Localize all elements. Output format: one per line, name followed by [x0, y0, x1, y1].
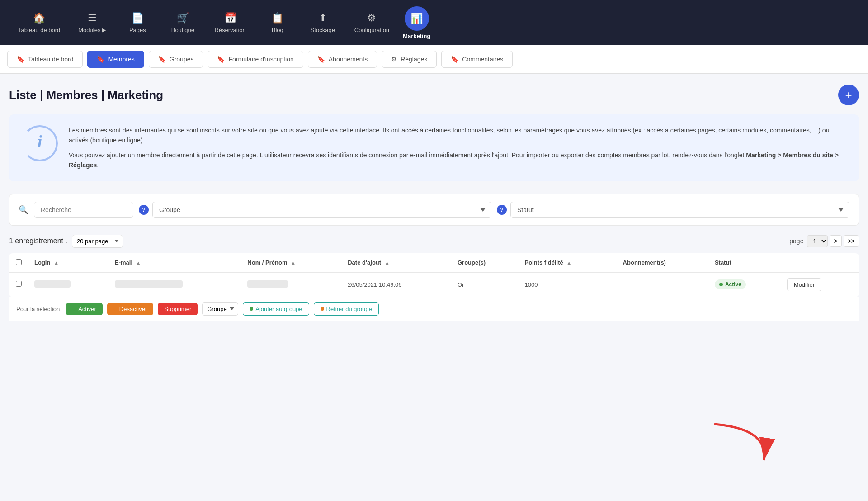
- reservation-icon: 📅: [224, 12, 236, 24]
- tab-label: Réglages: [401, 56, 427, 63]
- add-member-button[interactable]: +: [838, 85, 859, 105]
- bookmark-icon: 🔖: [451, 56, 458, 63]
- col-abonnements: Abonnement(s): [617, 253, 708, 272]
- nav-item-marketing[interactable]: 📊 Marketing: [398, 4, 435, 42]
- marketing-icon: 📊: [410, 13, 423, 24]
- sort-icon-points: ▲: [566, 260, 571, 265]
- col-login[interactable]: Login ▲: [28, 253, 108, 272]
- tab-formulaire[interactable]: 🔖 Formulaire d'inscription: [208, 51, 303, 68]
- sort-icon-nom: ▲: [291, 260, 296, 265]
- nav-item-stockage[interactable]: ⬆ Stockage: [300, 8, 345, 38]
- tab-label: Abonnements: [329, 56, 368, 63]
- filter-row: 🔍 ? Groupe ? Statut: [9, 194, 859, 226]
- email-cell: [108, 272, 241, 297]
- status-badge: Active: [715, 279, 746, 289]
- members-table: Login ▲ E-mail ▲ Nom / Prénom ▲ Date d'a…: [9, 253, 859, 297]
- table-body: 26/05/2021 10:49:06 Or 1000 Active Modif…: [9, 272, 859, 297]
- select-all-header: [9, 253, 28, 272]
- tab-label: Commentaires: [462, 56, 503, 63]
- per-page-select[interactable]: 20 par page 50 par page 100 par page: [72, 235, 123, 248]
- selection-label: Pour la sélection: [16, 306, 60, 312]
- configuration-icon: ⚙: [367, 12, 376, 24]
- col-email[interactable]: E-mail ▲: [108, 253, 241, 272]
- activer-button[interactable]: Activer: [66, 303, 103, 315]
- nav-label: Réservation: [214, 27, 245, 33]
- col-points[interactable]: Points fidélité ▲: [519, 253, 617, 272]
- records-info: 1 enregistrement . 20 par page 50 par pa…: [9, 235, 123, 248]
- groupe-cell: Or: [451, 272, 519, 297]
- tab-label: Tableau de bord: [28, 56, 73, 63]
- group-filter-wrap: ? Groupe: [139, 202, 491, 218]
- modify-button[interactable]: Modifier: [787, 278, 821, 291]
- nom-cell: [241, 272, 341, 297]
- nav-item-boutique[interactable]: 🛒 Boutique: [160, 8, 205, 38]
- search-input[interactable]: [34, 202, 133, 218]
- desactiver-dot-icon: [113, 307, 117, 311]
- nav-item-configuration[interactable]: ⚙ Configuration: [345, 8, 398, 38]
- tab-tableau-de-bord[interactable]: 🔖 Tableau de bord: [7, 51, 83, 68]
- tab-membres[interactable]: 🔖 Membres: [87, 51, 144, 68]
- retirer-groupe-button[interactable]: Retirer du groupe: [314, 302, 379, 316]
- login-value-blurred: [34, 280, 71, 288]
- info-text: Les membres sont des internautes qui se …: [69, 125, 846, 170]
- col-actions: [781, 253, 859, 272]
- col-nom-prenom[interactable]: Nom / Prénom ▲: [241, 253, 341, 272]
- nav-label: Pages: [129, 27, 146, 33]
- group-filter-select[interactable]: Groupe: [152, 202, 491, 218]
- group-select-wrap: Groupe: [202, 302, 238, 316]
- blog-icon: 📋: [271, 12, 283, 24]
- search-icon: 🔍: [19, 205, 28, 215]
- gear-icon: ⚙: [391, 56, 397, 63]
- col-date-ajout[interactable]: Date d'ajout ▲: [341, 253, 451, 272]
- bookmark-icon: 🔖: [317, 56, 325, 63]
- nav-item-blog[interactable]: 📋 Blog: [255, 8, 300, 38]
- status-help-icon[interactable]: ?: [497, 205, 507, 215]
- group-help-icon[interactable]: ?: [139, 205, 149, 215]
- tab-commentaires[interactable]: 🔖 Commentaires: [441, 51, 513, 68]
- info-box: i Les membres sont des internautes qui s…: [9, 114, 859, 181]
- nav-item-tableau-de-bord[interactable]: 🏠 Tableau de bord: [9, 8, 69, 38]
- info-paragraph-2: Vous pouvez ajouter un membre directemen…: [69, 150, 846, 170]
- next-page-button[interactable]: >: [830, 235, 841, 247]
- main-content: Liste | Membres | Marketing + i Les memb…: [0, 74, 868, 332]
- records-count: 1 enregistrement .: [9, 237, 67, 245]
- home-icon: 🏠: [33, 12, 45, 24]
- group-action-select[interactable]: Groupe: [202, 302, 238, 316]
- row-checkbox-cell: [9, 272, 28, 297]
- col-groupes: Groupe(s): [451, 253, 519, 272]
- supprimer-button[interactable]: Supprimer: [158, 303, 198, 315]
- nav-label: Boutique: [171, 27, 194, 33]
- table-row: 26/05/2021 10:49:06 Or 1000 Active Modif…: [9, 272, 859, 297]
- sort-icon-date: ▲: [385, 260, 390, 265]
- nav-label: Stockage: [311, 27, 335, 33]
- status-filter-select[interactable]: Statut: [510, 202, 849, 218]
- tab-abonnements[interactable]: 🔖 Abonnements: [308, 51, 377, 68]
- date-ajout-cell: 26/05/2021 10:49:06: [341, 272, 451, 297]
- info-paragraph-1: Les membres sont des internautes qui se …: [69, 125, 846, 146]
- nav-label: Configuration: [354, 27, 389, 33]
- abonnement-cell: [617, 272, 708, 297]
- table-header: Login ▲ E-mail ▲ Nom / Prénom ▲ Date d'a…: [9, 253, 859, 272]
- page-number-select[interactable]: 1: [807, 235, 828, 247]
- select-all-checkbox[interactable]: [16, 259, 22, 265]
- sort-icon-email: ▲: [136, 260, 141, 265]
- sub-navigation: 🔖 Tableau de bord 🔖 Membres 🔖 Groupes 🔖 …: [0, 45, 868, 74]
- col-statut: Statut: [708, 253, 781, 272]
- bookmark-icon: 🔖: [17, 56, 24, 63]
- nav-label: Blog: [272, 27, 283, 33]
- nav-item-pages[interactable]: 📄 Pages: [115, 8, 160, 38]
- tab-reglages[interactable]: ⚙ Réglages: [382, 51, 437, 68]
- last-page-button[interactable]: >>: [844, 235, 859, 247]
- statut-cell: Active: [708, 272, 781, 297]
- desactiver-button[interactable]: Désactiver: [107, 303, 153, 315]
- pagination: page 1 > >>: [789, 235, 859, 247]
- tab-groupes[interactable]: 🔖 Groupes: [149, 51, 203, 68]
- page-title-row: Liste | Membres | Marketing +: [9, 85, 859, 105]
- row-checkbox[interactable]: [16, 281, 22, 287]
- bookmark-icon: 🔖: [158, 56, 166, 63]
- sort-icon-login: ▲: [54, 260, 59, 265]
- ajouter-groupe-button[interactable]: Ajouter au groupe: [243, 302, 309, 316]
- marketing-label: Marketing: [403, 33, 430, 39]
- nav-item-modules[interactable]: ☰ Modules ▶: [69, 8, 115, 38]
- nav-item-reservation[interactable]: 📅 Réservation: [205, 8, 255, 38]
